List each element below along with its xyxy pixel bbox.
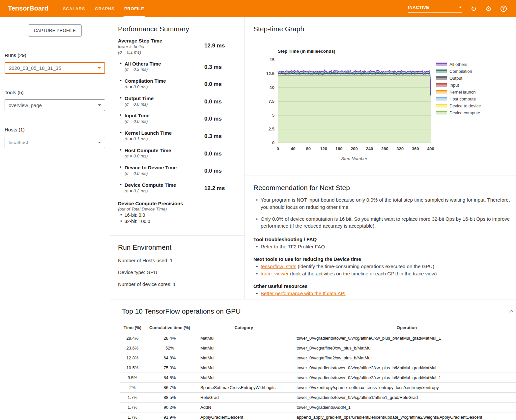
cell-cumulative: 88.5% <box>145 393 194 403</box>
cell-operation: append_apply_gradient_ops/GradientDescen… <box>293 412 516 420</box>
col-header-category: Category <box>194 323 293 333</box>
gear-icon[interactable]: ⚙ <box>485 5 492 12</box>
breakdown-value: 0.0 ms <box>204 78 222 90</box>
chart-title: Step Time (in milliseconds) <box>278 49 335 54</box>
cell-cumulative: 91.9% <box>145 412 194 420</box>
performance-column: Performance Summary Average Step Time lo… <box>110 17 245 299</box>
tool-link[interactable]: tensorflow_stats <box>261 264 296 269</box>
table-row[interactable]: 28.4% 28.4% MatMul tower_0/v/gradients/t… <box>120 333 516 343</box>
cell-time: 1.7% <box>120 393 145 403</box>
table-row[interactable]: 2% 86.7% SparseSoftmaxCrossEntropyWithLo… <box>120 383 516 393</box>
step-time-graph-title: Step-time Graph <box>253 17 515 33</box>
breakdown-label: Host Compute Time <box>125 148 204 154</box>
breakdown-sigma: (σ = 0.0 ms) <box>125 119 204 125</box>
cell-time: 2% <box>120 383 145 393</box>
table-row[interactable]: 9.5% 84.8% MatMul tower_0/v/gradients/to… <box>120 373 516 383</box>
breakdown-value: 0.3 ms <box>204 61 222 73</box>
table-row[interactable]: 1.7% 91.9% ApplyGradientDescent append_a… <box>120 412 516 420</box>
step-time-chart-container: Step Time (in milliseconds)02.557.51012.… <box>258 44 515 168</box>
step-time-breakdown-row: Input Time (σ = 0.0 ms) 0.0 ms <box>118 113 237 125</box>
main-tabs: SCALARS GRAPHS PROFILE <box>58 0 149 17</box>
tool-link[interactable]: trace_viewer <box>261 271 289 276</box>
y-tick-label: 0 <box>272 140 274 145</box>
cell-category: MatMul <box>194 343 293 353</box>
x-tick-label: 240 <box>366 146 373 151</box>
table-row[interactable]: 10.5% 75.3% MatMul tower_0/v/gradients/t… <box>120 363 516 373</box>
table-row[interactable]: 1.7% 90.2% AddN tower_0/v/gradients/AddN… <box>120 403 516 412</box>
status-dropdown[interactable]: INACTIVE <box>408 5 462 13</box>
cell-cumulative: 64.8% <box>145 353 194 363</box>
chevron-down-icon <box>98 104 101 106</box>
breakdown-label: All Others Time <box>125 61 204 67</box>
tab-scalars[interactable]: SCALARS <box>58 0 90 17</box>
tab-graphs[interactable]: GRAPHS <box>90 0 119 17</box>
breakdown-label: Device to Device Time <box>125 165 204 171</box>
recommendation-bullet: Your program is NOT input-bound because … <box>261 196 511 211</box>
legend-swatch-line <box>436 104 447 105</box>
legend-swatch-line <box>436 76 447 78</box>
x-tick-label: 0 <box>276 146 279 151</box>
cell-category: MatMul <box>194 353 293 363</box>
recommendation-card: Recommendation for Next Step Your progra… <box>245 176 516 304</box>
chevron-down-icon <box>98 142 101 143</box>
cell-operation: tower_0/v/gradients/tower_0/v/cg/affine2… <box>293 363 516 373</box>
legend-label: Kernel launch <box>449 90 476 95</box>
hosts-label: Hosts (1) <box>5 127 110 132</box>
next-tools-list: tensorflow_stats (identify the time-cons… <box>253 264 515 276</box>
legend-swatch-fill <box>436 70 447 73</box>
tool-link-description: (look at the activities on the timeline … <box>289 271 437 276</box>
hosts-select[interactable]: localhost <box>5 137 105 148</box>
cell-operation: tower_0/v/xentropy/sparse_softmax_cross_… <box>293 383 516 393</box>
breakdown-sigma: (σ = 0.2 ms) <box>125 188 204 194</box>
average-step-time-note: lower is better <box>118 44 204 50</box>
hosts-select-value: localhost <box>9 140 28 145</box>
performance-summary-card: Performance Summary Average Step Time lo… <box>110 17 244 236</box>
cell-time: 9.5% <box>120 373 145 383</box>
y-tick-label: 5 <box>272 113 274 118</box>
y-tick-label: 2.5 <box>269 126 274 131</box>
chevron-down-icon <box>459 7 462 8</box>
legend-label: Output <box>449 76 462 81</box>
precisions-note: (out of Total Device Time) <box>118 207 237 211</box>
legend-label: Compilation <box>449 69 472 74</box>
cell-time: 10.5% <box>120 363 145 373</box>
tools-select[interactable]: overview_page <box>5 99 105 111</box>
legend-swatch-line <box>436 90 447 92</box>
step-time-breakdown-row: Compilation Time (σ = 0.0 ms) 0.0 ms <box>118 78 237 90</box>
run-environment-card: Run Environment Number of Hosts used: 1 … <box>110 236 244 287</box>
breakdown-label: Input Time <box>125 113 204 119</box>
reload-icon[interactable]: ↻ <box>471 5 477 12</box>
recommendation-title: Recommendation for Next Step <box>253 176 515 192</box>
x-tick-label: 80 <box>306 146 311 151</box>
step-time-breakdown-list: All Others Time (σ = 0.2 ms) 0.3 ms Comp… <box>118 61 237 194</box>
tab-profile[interactable]: PROFILE <box>119 0 149 17</box>
sidebar: CAPTURE PROFILE Runs (29) 2020_03_05_18_… <box>0 17 110 420</box>
tool-link[interactable]: Better performance with the tf.data API <box>261 291 346 296</box>
help-icon[interactable]: ? <box>501 6 507 12</box>
legend-swatch-fill <box>436 91 447 94</box>
breakdown-value: 0.3 ms <box>204 130 222 142</box>
cell-category: AddN <box>194 403 293 412</box>
step-time-breakdown-row: Device Compute Time (σ = 0.2 ms) 12.2 ms <box>118 182 237 194</box>
legend-swatch-fill <box>436 64 447 66</box>
capture-profile-button[interactable]: CAPTURE PROFILE <box>28 24 82 37</box>
collapse-chevron-icon[interactable] <box>509 308 514 314</box>
legend-label: Device compute <box>449 110 480 115</box>
runs-select[interactable]: 2020_03_05_18_31_35 <box>5 62 105 74</box>
breakdown-label: Compilation Time <box>125 78 204 84</box>
table-row[interactable]: 12.8% 64.8% MatMul tower_0/v/cg/affine2/… <box>120 353 516 363</box>
page-content: CAPTURE PROFILE Runs (29) 2020_03_05_18_… <box>0 17 516 420</box>
table-row[interactable]: 1.7% 88.5% ReluGrad tower_0/v/gradients/… <box>120 393 516 403</box>
legend-label: Host compute <box>449 97 476 101</box>
tools-label: Tools (5) <box>5 90 110 95</box>
col-header-operation: Operation <box>293 323 516 333</box>
breakdown-sigma: (σ = 0.0 ms) <box>125 171 204 177</box>
col-header-time: Time (%) <box>120 323 145 333</box>
table-row[interactable]: 23.6% 52% MatMul tower_0/v/cg/affine0/xw… <box>120 343 516 353</box>
step-time-breakdown-row: Device to Device Time (σ = 0.0 ms) 0.0 m… <box>118 165 237 177</box>
precisions-title: Device Compute Precisions <box>118 201 237 206</box>
step-time-breakdown-row: All Others Time (σ = 0.2 ms) 0.3 ms <box>118 61 237 73</box>
series-band-device-compute <box>278 75 431 143</box>
cell-operation: tower_0/v/gradients/AddN_1 <box>293 403 516 412</box>
x-tick-label: 360 <box>412 146 419 151</box>
